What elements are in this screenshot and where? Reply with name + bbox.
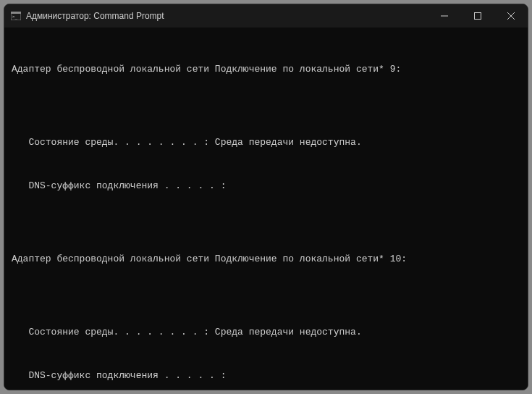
command-prompt-window: >_ Администратор: Command Prompt Адаптер… bbox=[4, 4, 528, 390]
close-button[interactable] bbox=[494, 4, 528, 28]
svg-text:>_: >_ bbox=[12, 14, 18, 20]
svg-rect-4 bbox=[475, 13, 481, 20]
titlebar[interactable]: >_ Администратор: Command Prompt bbox=[4, 4, 528, 28]
output-line: Адаптер беспроводной локальной сети Подк… bbox=[12, 62, 520, 77]
app-icon: >_ bbox=[10, 10, 22, 22]
output-line: DNS-суффикс подключения . . . . . : bbox=[12, 179, 520, 193]
terminal-output[interactable]: Адаптер беспроводной локальной сети Подк… bbox=[4, 28, 528, 390]
output-line: Состояние среды. . . . . . . . : Среда п… bbox=[12, 135, 520, 150]
output-line: Адаптер беспроводной локальной сети Подк… bbox=[12, 252, 520, 267]
output-line: DNS-суффикс подключения . . . . . : bbox=[12, 369, 520, 383]
window-title: Администратор: Command Prompt bbox=[26, 11, 428, 21]
maximize-button[interactable] bbox=[461, 4, 494, 28]
window-controls bbox=[428, 4, 528, 28]
minimize-button[interactable] bbox=[428, 4, 461, 28]
output-line: Состояние среды. . . . . . . . : Среда п… bbox=[12, 325, 520, 340]
